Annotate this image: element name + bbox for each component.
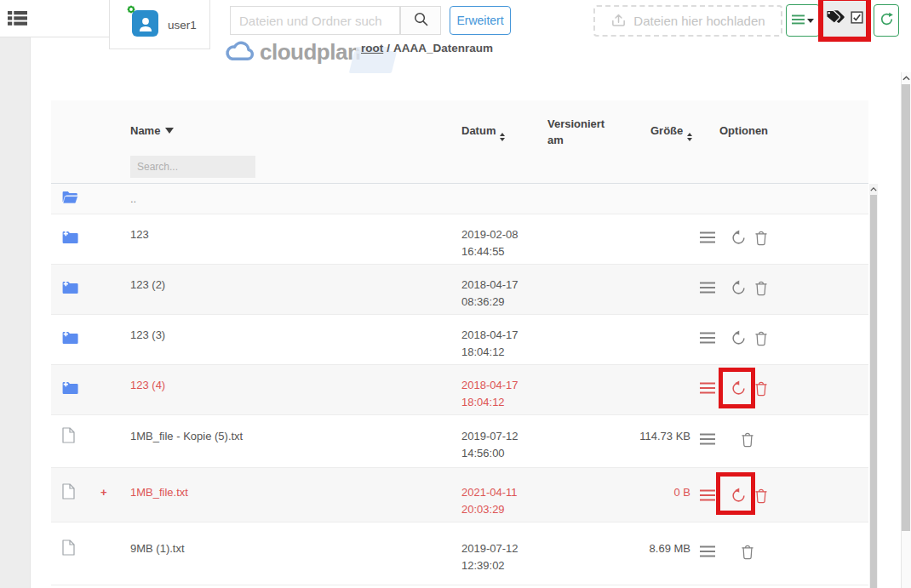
list-options-dropdown-button[interactable] <box>786 4 820 37</box>
sort-both-icon <box>500 130 505 144</box>
list-lines-icon <box>792 13 805 28</box>
column-header-date[interactable]: Datum <box>461 124 505 144</box>
row-menu-icon[interactable] <box>700 433 715 445</box>
file-icon <box>62 483 75 500</box>
breadcrumb-current: AAAA_Datenraum <box>393 42 493 54</box>
left-sidebar <box>0 37 31 588</box>
item-name[interactable]: 123 <box>130 228 149 241</box>
row-menu-icon[interactable] <box>700 282 715 294</box>
refresh-button[interactable] <box>874 4 899 37</box>
row-menu-icon[interactable] <box>700 332 715 344</box>
trash-icon[interactable] <box>754 380 768 397</box>
table-row[interactable]: .. <box>51 184 868 214</box>
gear-icon <box>125 3 137 19</box>
item-date: 2018-04-1708:36:29 <box>461 277 547 310</box>
annotation-restore-highlight <box>719 368 755 408</box>
item-name[interactable]: 1MB_file - Kopie (5).txt <box>130 430 243 442</box>
trash-icon[interactable] <box>754 330 768 346</box>
search-button[interactable] <box>400 6 441 35</box>
folder-plus-icon <box>62 331 78 344</box>
user-name: user1 <box>168 19 197 31</box>
folder-plus-icon <box>62 281 78 294</box>
avatar <box>132 10 158 37</box>
row-menu-icon[interactable] <box>700 489 715 501</box>
table-row[interactable]: 123 (2)2018-04-1708:36:29 <box>51 265 868 315</box>
item-size: 0 B <box>562 486 690 499</box>
item-name[interactable]: 123 (3) <box>130 328 165 341</box>
item-date: 2018-04-1718:04:12 <box>461 327 547 360</box>
column-header-versioned[interactable]: Versioniert am <box>547 116 610 148</box>
breadcrumb-separator: / <box>387 42 390 54</box>
folder-plus-icon <box>62 231 78 243</box>
table-row[interactable]: 1232019-02-0816:44:55 <box>51 214 868 265</box>
annotation-tag-button-highlight <box>818 0 871 42</box>
refresh-icon <box>879 12 894 30</box>
item-name[interactable]: 123 (4) <box>130 379 165 391</box>
restore-icon[interactable] <box>731 230 747 246</box>
item-name[interactable]: 9MB (1).txt <box>130 542 185 555</box>
advanced-search-button[interactable]: Erweitert <box>450 6 511 35</box>
table-row[interactable]: 123 (3)2018-04-1718:04:12 <box>51 315 868 365</box>
trash-icon[interactable] <box>754 230 768 246</box>
restore-icon[interactable] <box>731 280 747 296</box>
table-row[interactable]: 9MB (1).txt2019-07-1212:39:028.69 MB <box>51 524 868 585</box>
upload-files-button[interactable]: Dateien hier hochladen <box>593 5 782 37</box>
item-name[interactable]: 123 (2) <box>130 278 165 291</box>
page-scrollbar-up-arrow[interactable] <box>901 72 911 84</box>
folder-open-icon <box>62 191 78 203</box>
search-icon <box>414 12 428 30</box>
item-date: 2021-04-1120:03:29 <box>461 484 547 517</box>
trash-icon[interactable] <box>741 544 754 560</box>
item-size: 8.69 MB <box>562 542 690 555</box>
added-marker: + <box>100 486 107 499</box>
topbar-divider <box>0 37 109 37</box>
folder-plus-icon <box>62 381 78 394</box>
annotation-restore-highlight <box>716 472 755 515</box>
item-name[interactable]: .. <box>130 192 136 205</box>
row-menu-icon[interactable] <box>700 545 715 557</box>
table-row[interactable]: +1MB_file.txt2021-04-1120:03:290 B <box>51 468 868 522</box>
logo-text: cloudplan <box>260 39 360 66</box>
trash-icon[interactable] <box>741 431 754 448</box>
column-header-options: Optionen <box>719 124 768 137</box>
upload-label: Dateien hier hochladen <box>633 14 765 28</box>
item-size: 114.73 KB <box>562 430 690 442</box>
table-scrollbar-up-arrow[interactable] <box>869 184 878 195</box>
trash-icon[interactable] <box>754 280 768 296</box>
breadcrumb-root-link[interactable]: root <box>361 42 383 54</box>
page-scrollbar-thumb[interactable] <box>902 84 910 531</box>
sort-desc-icon <box>165 128 174 138</box>
file-icon <box>62 427 75 443</box>
restore-icon[interactable] <box>731 330 747 346</box>
cloud-logo-icon <box>224 40 256 66</box>
breadcrumb: root/AAAA_Datenraum <box>361 42 493 54</box>
row-menu-icon[interactable] <box>700 231 715 243</box>
search-input[interactable] <box>230 6 400 35</box>
column-header-name[interactable]: Name <box>130 124 174 138</box>
cloudplan-logo: cloudplan <box>224 39 360 66</box>
chevron-down-icon <box>807 19 814 26</box>
row-menu-icon[interactable] <box>700 382 715 394</box>
table-row[interactable]: 123 (4)2018-04-1718:04:12 <box>51 365 868 415</box>
column-header-size[interactable]: Größe <box>650 124 692 144</box>
table-scrollbar-thumb[interactable] <box>870 195 877 588</box>
trash-icon[interactable] <box>754 488 768 504</box>
item-date: 2019-07-1212:39:02 <box>461 540 547 574</box>
item-date: 2019-02-0816:44:55 <box>461 226 547 260</box>
sort-both-icon <box>687 130 692 144</box>
file-icon <box>62 539 75 556</box>
app-window: user1 Erweitert Dateien hier hochladen <box>0 0 911 588</box>
item-date: 2018-04-1718:04:12 <box>461 377 547 410</box>
view-list-icon[interactable] <box>8 11 27 29</box>
item-date: 2019-07-1214:56:00 <box>461 428 547 461</box>
name-filter-input[interactable] <box>130 156 255 178</box>
item-name[interactable]: 1MB_file.txt <box>130 486 188 499</box>
table-row[interactable]: 1MB_file - Kopie (5).txt2019-07-1214:56:… <box>51 415 868 468</box>
upload-icon <box>610 13 627 30</box>
user-panel[interactable]: user1 <box>109 0 210 49</box>
